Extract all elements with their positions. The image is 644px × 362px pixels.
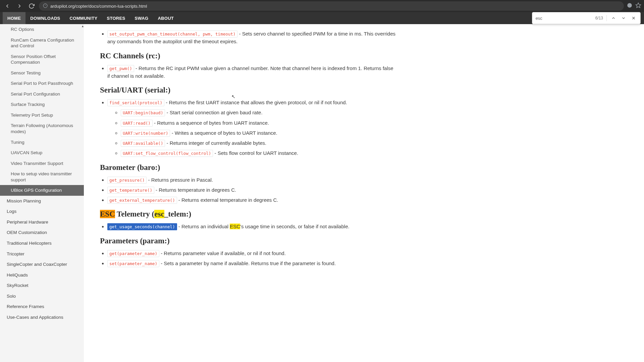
code-token: UART:begin(baud) xyxy=(121,109,165,116)
sidebar-item[interactable]: SkyRocket xyxy=(0,280,84,291)
doc-list-item: UART:read() - Returns a sequence of byte… xyxy=(121,119,396,127)
code-token: get(parameter_name) xyxy=(107,250,159,257)
section-heading: ESC Telemetry (esc_telem:) xyxy=(100,210,396,219)
sidebar-item[interactable]: SingleCopter and CoaxCopter xyxy=(0,259,84,270)
code-token: UART:write(number) xyxy=(121,130,170,137)
nav-downloads[interactable]: DOWNLOADS xyxy=(25,12,65,24)
code-token: get_pressure() xyxy=(107,177,147,184)
url-text: ardupilot.org/copter/docs/common-lua-scr… xyxy=(50,4,147,9)
sidebar-item[interactable]: Solo xyxy=(0,291,84,302)
sidebar-item[interactable]: UAVCAN Setup xyxy=(0,147,84,158)
sidebar-item[interactable]: How to setup video transmitter support xyxy=(0,169,84,185)
find-prev-button[interactable] xyxy=(610,15,617,21)
svg-marker-4 xyxy=(636,3,641,8)
code-token: UART:set_flow_control(flow_control) xyxy=(121,150,213,157)
sidebar-item[interactable]: Sensor Testing xyxy=(0,68,84,78)
toolbar-icons xyxy=(627,2,641,10)
doc-list-item: get_pwm() - Returns the RC input PWM val… xyxy=(107,64,396,80)
site-info-icon xyxy=(43,3,48,9)
nav-stores[interactable]: STORES xyxy=(102,12,130,24)
code-token: find_serial(protocol) xyxy=(107,99,164,106)
main-content[interactable]: set_output_pwm_chan_timeout(channel, pwm… xyxy=(84,24,413,362)
code-token: UART:available() xyxy=(121,140,165,147)
find-next-button[interactable] xyxy=(620,15,627,21)
nav-swag[interactable]: SWAG xyxy=(130,12,153,24)
doc-list-item: get(parameter_name) - Returns parameter … xyxy=(107,249,396,257)
nav-home[interactable]: HOME xyxy=(3,12,25,24)
doc-list-item: get_usage_seconds(channel) - Returns an … xyxy=(107,223,396,230)
code-token: set(parameter_name) xyxy=(107,260,159,267)
doc-list-item: UART:begin(baud) - Start serial connecti… xyxy=(121,109,396,116)
section-heading: Barometer (baro:) xyxy=(100,163,396,172)
code-token: get_pwm() xyxy=(107,65,134,72)
back-button[interactable] xyxy=(3,1,12,11)
sidebar[interactable]: ▴ RC OptionsRunCam Camera Configuration … xyxy=(0,24,84,362)
doc-list-item: find_serial(protocol) - Returns the firs… xyxy=(107,99,396,157)
sidebar-item[interactable]: Tuning xyxy=(0,137,84,148)
sidebar-item[interactable]: Serial Port to Port Passthrough xyxy=(0,78,84,89)
code-token: set_output_pwm_chan_timeout(channel, pwm… xyxy=(107,31,237,38)
find-input[interactable] xyxy=(536,16,592,21)
nav-about[interactable]: ABOUT xyxy=(153,12,178,24)
sidebar-item[interactable]: Peripheral Hardware xyxy=(0,217,84,228)
code-token: get_external_temperature() xyxy=(107,197,177,204)
find-in-page-bar: 6/13 xyxy=(532,12,641,24)
sidebar-item[interactable]: RC Options xyxy=(0,24,84,35)
sidebar-item[interactable]: HeliQuads xyxy=(0,270,84,281)
sidebar-item[interactable]: Mission Planning xyxy=(0,196,84,206)
sidebar-item[interactable]: Logs xyxy=(0,206,84,217)
svg-point-3 xyxy=(627,3,632,8)
bookmark-icon[interactable] xyxy=(635,2,641,10)
doc-list-item: UART:available() - Returns integer of cu… xyxy=(121,139,396,147)
sidebar-item[interactable]: OEM Customization xyxy=(0,227,84,238)
forward-button[interactable] xyxy=(15,1,24,11)
browser-toolbar: ardupilot.org/copter/docs/common-lua-scr… xyxy=(0,0,644,12)
sidebar-item[interactable]: Reference Frames xyxy=(0,301,84,312)
sidebar-item[interactable]: Surface Tracking xyxy=(0,99,84,110)
scroll-up-icon[interactable]: ▴ xyxy=(82,24,84,28)
url-bar[interactable]: ardupilot.org/copter/docs/common-lua-scr… xyxy=(39,1,624,11)
sidebar-item[interactable]: Telemetry Port Setup xyxy=(0,110,84,121)
doc-list-item: get_external_temperature() - Returns ext… xyxy=(107,196,396,204)
sidebar-item[interactable]: Traditional Helicopters xyxy=(0,238,84,249)
reload-button[interactable] xyxy=(27,1,36,11)
find-count: 6/13 xyxy=(595,16,603,20)
sidebar-item[interactable]: UBlox GPS Configuration xyxy=(0,185,84,196)
doc-list-item: UART:set_flow_control(flow_control) - Se… xyxy=(121,149,396,157)
sidebar-item[interactable]: Serial Port Configuration xyxy=(0,89,84,100)
sidebar-item[interactable]: Use-Cases and Applications xyxy=(0,312,84,323)
sidebar-item[interactable]: Tricopter xyxy=(0,249,84,259)
doc-list-item: get_pressure() - Returns pressure in Pas… xyxy=(107,176,396,184)
code-token: UART:read() xyxy=(121,120,153,127)
find-close-button[interactable] xyxy=(630,15,637,21)
section-heading: RC Channels (rc:) xyxy=(100,52,396,60)
sidebar-item[interactable]: Sensor Position Offset Compensation xyxy=(0,51,84,68)
section-heading: Parameters (param:) xyxy=(100,237,396,245)
sidebar-item[interactable]: Video Transmitter Support xyxy=(0,158,84,169)
doc-list-item: UART:write(number) - Writes a sequence o… xyxy=(121,129,396,137)
doc-list-item: set(parameter_name) - Sets a parameter b… xyxy=(107,259,396,267)
code-token: get_temperature() xyxy=(107,187,154,194)
extension-icon[interactable] xyxy=(627,2,633,10)
code-token: get_usage_seconds(channel) xyxy=(107,223,177,230)
sidebar-item[interactable]: RunCam Camera Configuration and Control xyxy=(0,35,84,51)
section-heading: Serial/UART (serial:) xyxy=(100,86,396,95)
mouse-cursor-icon: ↖ xyxy=(231,94,235,99)
nav-community[interactable]: COMMUNITY xyxy=(65,12,102,24)
sidebar-item[interactable]: Terrain Following (Autonomous modes) xyxy=(0,120,84,137)
doc-list-item: get_temperature() - Returns temperature … xyxy=(107,186,396,194)
